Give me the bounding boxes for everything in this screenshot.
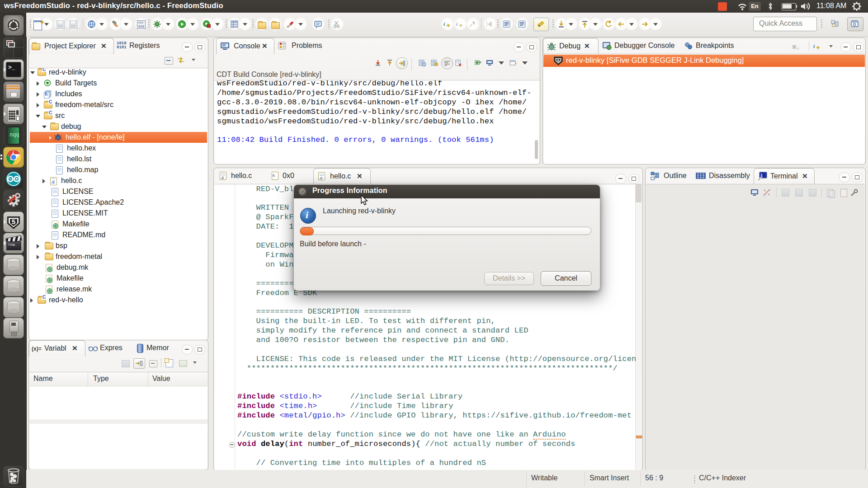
svg-text:5: 5 xyxy=(557,58,559,63)
svg-text:i: i xyxy=(443,21,445,27)
svg-text:i: i xyxy=(813,43,815,49)
svg-text:i: i xyxy=(456,21,458,27)
svg-text:5: 5 xyxy=(12,218,15,225)
